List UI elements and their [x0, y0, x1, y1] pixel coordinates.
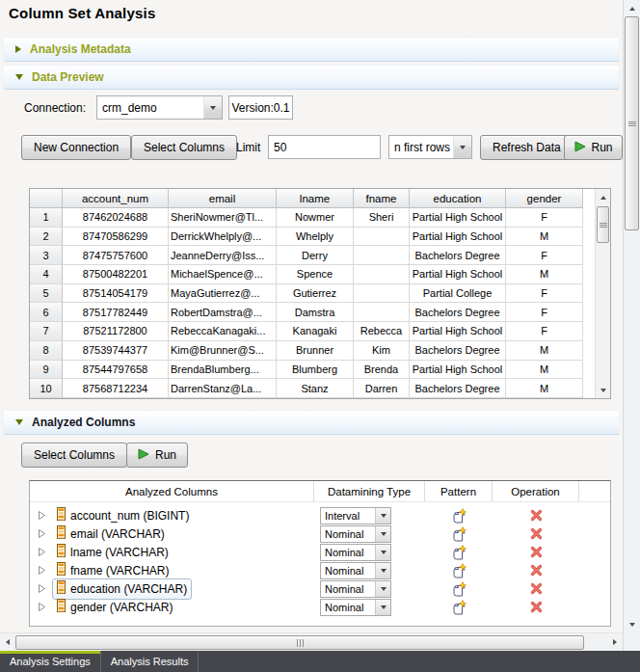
operation-cell: [493, 506, 579, 524]
table-row[interactable]: 987544797658BrendaBlumberg...BlumbergBre…: [30, 361, 610, 380]
add-pattern-icon[interactable]: [452, 581, 467, 597]
data-cell: Blumberg: [277, 361, 354, 380]
rows-mode-select[interactable]: n first rows: [388, 135, 472, 159]
datamining-type-cell: Nominal: [314, 598, 425, 616]
datamining-type-combo[interactable]: Nominal: [320, 525, 391, 543]
page-title: Column Set Analysis: [9, 5, 155, 21]
table-row[interactable]: 587514054179MayaGutierrez@...GutierrezPa…: [30, 284, 610, 304]
add-pattern-icon[interactable]: [452, 600, 467, 615]
new-connection-button[interactable]: New Connection: [21, 135, 131, 160]
datamining-type-combo[interactable]: Nominal: [320, 599, 391, 616]
delete-icon[interactable]: [530, 582, 543, 595]
analyzed-column-row[interactable]: gender (VARCHAR)Nominal: [30, 598, 610, 616]
operation-cell: [493, 524, 579, 543]
scroll-up-button[interactable]: [596, 190, 610, 204]
delete-icon[interactable]: [530, 564, 543, 577]
table-row[interactable]: 487500482201MichaelSpence@...SpenceParti…: [30, 265, 610, 284]
datamining-type-value: Nominal: [321, 600, 375, 615]
add-pattern-icon[interactable]: [452, 545, 467, 560]
analyzed-column-row[interactable]: email (VARCHAR)Nominal: [30, 524, 610, 543]
tree-expander-icon[interactable]: [38, 548, 46, 556]
combo-dropdown-button[interactable]: [375, 545, 390, 560]
analyzed-column-row[interactable]: lname (VARCHAR)Nominal: [30, 543, 610, 561]
delete-icon[interactable]: [530, 527, 543, 540]
scroll-right-button[interactable]: [607, 633, 623, 651]
scroll-down-button[interactable]: [625, 617, 639, 632]
scrollbar-thumb[interactable]: [15, 635, 584, 650]
column-header-education[interactable]: education: [410, 189, 506, 208]
select-columns-button[interactable]: Select Columns: [131, 135, 237, 160]
tree-expander-icon[interactable]: [38, 603, 46, 611]
combo-dropdown-button[interactable]: [203, 96, 222, 119]
page-vertical-scrollbar[interactable]: [623, 0, 640, 632]
datamining-type-cell: Nominal: [314, 524, 425, 543]
table-row[interactable]: 687517782449RobertDamstra@...DamstraBach…: [30, 303, 610, 322]
data-cell: Darren: [354, 379, 410, 398]
table-row[interactable]: 1087568712234DarrenStanz@La...StanzDarre…: [30, 379, 610, 398]
scrollbar-thumb[interactable]: [625, 16, 639, 230]
table-row[interactable]: 387475757600JeanneDerry@Iss...DerryBache…: [30, 246, 610, 265]
combo-dropdown-button[interactable]: [375, 581, 390, 597]
delete-icon[interactable]: [530, 509, 543, 522]
section-analysis-metadata[interactable]: Analysis Metadata: [3, 37, 620, 62]
select-columns-button[interactable]: Select Columns: [21, 443, 127, 468]
preview-table-vertical-scrollbar[interactable]: [595, 189, 610, 398]
column-header-fname[interactable]: fname: [354, 189, 410, 208]
analyzed-column-row[interactable]: education (VARCHAR)Nominal: [30, 579, 610, 598]
analyzed-column-row[interactable]: account_num (BIGINT)Interval: [30, 506, 610, 524]
column-header-lname[interactable]: lname: [277, 189, 354, 208]
table-row[interactable]: 887539744377Kim@Brunner@S...BrunnerKimBa…: [30, 341, 610, 361]
add-pattern-icon[interactable]: [452, 563, 467, 578]
datamining-type-combo[interactable]: Interval: [320, 507, 391, 524]
add-pattern-icon[interactable]: [452, 526, 467, 542]
combo-dropdown-button[interactable]: [375, 508, 390, 524]
refresh-data-button[interactable]: Refresh Data: [480, 135, 573, 160]
horizontal-scrollbar[interactable]: [0, 632, 623, 651]
connection-select[interactable]: crm_demo: [96, 95, 223, 120]
datamining-type-combo[interactable]: Nominal: [320, 580, 391, 598]
delete-icon[interactable]: [530, 601, 543, 613]
column-icon: [57, 525, 66, 543]
limit-input[interactable]: [268, 135, 381, 159]
section-data-preview[interactable]: Data Preview: [3, 65, 620, 90]
combo-dropdown-button[interactable]: [375, 526, 390, 542]
scroll-up-button[interactable]: [625, 1, 639, 15]
run-button[interactable]: Run: [126, 443, 188, 468]
combo-dropdown-button[interactable]: [375, 600, 390, 615]
data-cell: Partial College: [410, 284, 506, 304]
tab-analysis-results[interactable]: Analysis Results: [101, 651, 200, 672]
column-header-email[interactable]: email: [169, 189, 277, 208]
scroll-down-button[interactable]: [596, 383, 610, 397]
analyzed-column-row[interactable]: fname (VARCHAR)Nominal: [30, 561, 610, 579]
datamining-type-combo[interactable]: Nominal: [320, 544, 391, 561]
analyzed-column-label: account_num (BIGINT): [70, 509, 189, 523]
tree-expander-icon[interactable]: [38, 566, 46, 575]
datamining-type-combo[interactable]: Nominal: [320, 562, 391, 579]
data-cell: Nowmer: [277, 208, 354, 228]
scrollbar-thumb[interactable]: [597, 206, 609, 243]
section-analyzed-columns[interactable]: Analyzed Columns: [3, 410, 620, 435]
scrollbar-corner: [623, 632, 640, 651]
add-pattern-icon[interactable]: [452, 508, 467, 524]
run-button[interactable]: Run: [564, 135, 623, 160]
scroll-left-button[interactable]: [0, 633, 15, 651]
table-row[interactable]: 287470586299DerrickWhelply@...WhelplyPar…: [30, 228, 610, 247]
tree-expander-icon[interactable]: [38, 511, 46, 520]
data-cell: Sheri: [354, 208, 410, 228]
combo-dropdown-button[interactable]: [453, 136, 471, 158]
column-header-gender[interactable]: gender: [506, 189, 583, 208]
column-header-account_num[interactable]: account_num: [63, 189, 169, 208]
section-title: Analyzed Columns: [32, 416, 135, 429]
data-cell: Kanagaki: [277, 322, 354, 341]
tree-expander-icon[interactable]: [38, 584, 46, 593]
tree-expander-icon[interactable]: [38, 529, 46, 538]
row-number-header[interactable]: [30, 189, 63, 208]
triangle-up-icon: [600, 196, 606, 200]
tab-analysis-settings[interactable]: Analysis Settings: [0, 651, 101, 672]
data-cell: DerrickWhelply@...: [169, 228, 277, 247]
combo-dropdown-button[interactable]: [375, 563, 390, 578]
table-row[interactable]: 787521172800RebeccaKanagaki...KanagakiRe…: [30, 322, 610, 341]
table-row[interactable]: 187462024688SheriNowmer@Tl...NowmerSheri…: [30, 208, 610, 228]
data-cell: Partial High School: [410, 361, 506, 380]
delete-icon[interactable]: [530, 546, 543, 558]
